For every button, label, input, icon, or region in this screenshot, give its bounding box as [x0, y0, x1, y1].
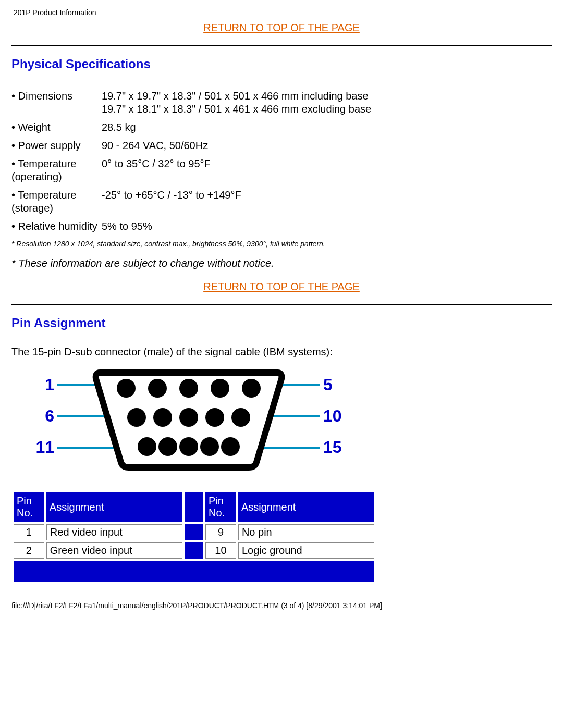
- spec-label-temp-op: • Temperature (operating): [11, 155, 102, 186]
- svg-point-15: [231, 408, 250, 427]
- svg-point-18: [179, 437, 198, 456]
- svg-point-13: [179, 408, 198, 427]
- spec-label-dimensions: • Dimensions: [11, 87, 102, 118]
- spec-label-temp-st: • Temperature (storage): [11, 186, 102, 217]
- divider: [11, 45, 552, 46]
- pin-gap: [185, 542, 203, 559]
- svg-point-17: [158, 437, 177, 456]
- physical-specs-heading: Physical Specifications: [11, 57, 552, 71]
- svg-point-10: [242, 379, 261, 398]
- spec-value-temp-st: -25° to +65°C / -13° to +149°F: [102, 186, 375, 217]
- pin-header-assign-right: Assignment: [238, 492, 374, 522]
- pin-header-no-left: Pin No.: [14, 492, 44, 522]
- pin-header-assign-left: Assignment: [46, 492, 182, 522]
- svg-point-16: [138, 437, 156, 456]
- return-top-link-2[interactable]: RETURN TO TOP OF THE PAGE: [203, 281, 360, 292]
- pin-no: 9: [205, 524, 236, 540]
- page-header: 201P Product Information: [14, 8, 552, 17]
- svg-point-6: [117, 379, 136, 398]
- spec-value-dimensions: 19.7" x 19.7" x 18.3" / 501 x 501 x 466 …: [102, 87, 375, 118]
- svg-point-19: [200, 437, 219, 456]
- spec-label-humidity: • Relative humidity: [11, 217, 102, 236]
- pin-label-10: 10: [323, 406, 342, 425]
- pin-assign: Red video input: [46, 524, 182, 540]
- spec-label-power: • Power supply: [11, 137, 102, 155]
- pin-assign: Green video input: [46, 542, 182, 559]
- pin-gap-block: [14, 561, 374, 582]
- spec-value-humidity: 5% to 95%: [102, 217, 375, 236]
- svg-point-14: [205, 408, 224, 427]
- svg-point-7: [148, 379, 167, 398]
- pin-label-6: 6: [45, 406, 54, 425]
- divider: [11, 304, 552, 305]
- svg-point-12: [153, 408, 172, 427]
- table-row: 2 Green video input 10 Logic ground: [14, 542, 374, 559]
- footnote: * Resolution 1280 x 1024, standard size,…: [11, 240, 552, 248]
- pin-label-1: 1: [45, 375, 54, 394]
- spec-value-temp-op: 0° to 35°C / 32° to 95°F: [102, 155, 375, 186]
- pin-label-11: 11: [35, 438, 54, 456]
- pin-description: The 15-pin D-sub connector (male) of the…: [11, 346, 552, 358]
- page-footer-path: file:///D|/rita/LF2/LF2/LFa1/multi_manua…: [11, 601, 552, 610]
- svg-point-8: [179, 379, 198, 398]
- pin-label-5: 5: [323, 375, 333, 394]
- pin-gap: [185, 524, 203, 540]
- pin-header-no-right: Pin No.: [205, 492, 236, 522]
- spec-label-weight: • Weight: [11, 118, 102, 137]
- table-row: [14, 561, 374, 582]
- pin-no: 2: [14, 542, 44, 559]
- pin-no: 1: [14, 524, 44, 540]
- svg-point-20: [221, 437, 240, 456]
- pin-header-gap: [185, 492, 203, 522]
- pin-assignment-heading: Pin Assignment: [11, 316, 552, 330]
- svg-point-9: [211, 379, 229, 398]
- specs-table: • Dimensions 19.7" x 19.7" x 18.3" / 501…: [11, 87, 375, 236]
- return-top-link[interactable]: RETURN TO TOP OF THE PAGE: [203, 22, 360, 33]
- pin-table: Pin No. Assignment Pin No. Assignment 1 …: [11, 490, 376, 584]
- table-row: 1 Red video input 9 No pin: [14, 524, 374, 540]
- spec-value-power: 90 - 264 VAC, 50/60Hz: [102, 137, 375, 155]
- pin-label-15: 15: [323, 438, 342, 456]
- pin-assign: No pin: [238, 524, 374, 540]
- dsub-diagram: 1 6 11 5 10 15: [11, 363, 552, 475]
- disclaimer: * These information are subject to chang…: [11, 257, 552, 269]
- svg-point-11: [127, 408, 146, 427]
- spec-value-weight: 28.5 kg: [102, 118, 375, 137]
- pin-no: 10: [205, 542, 236, 559]
- pin-assign: Logic ground: [238, 542, 374, 559]
